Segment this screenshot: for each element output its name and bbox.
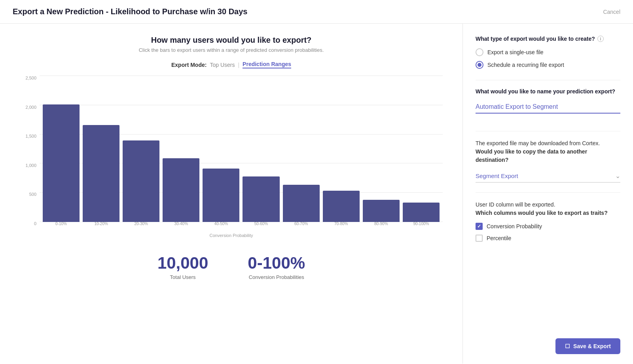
bar-group-70-80%[interactable]	[323, 76, 360, 222]
page-header: Export a New Prediction - Likelihood to …	[0, 0, 633, 24]
left-panel: How many users would you like to export?…	[0, 24, 463, 364]
section-divider-1	[476, 80, 620, 80]
main-layout: How many users would you like to export?…	[0, 24, 633, 364]
y-label-2000: 2,000	[25, 105, 36, 110]
x-label-90-100%: 90-100%	[403, 220, 440, 226]
total-users-stat: 10,000 Total Users	[157, 254, 208, 280]
destination-section: The exported file may be downloaded from…	[476, 139, 620, 183]
bar-50-60%[interactable]	[243, 176, 279, 222]
chart-subheading: Click the bars to export users within a …	[16, 47, 447, 53]
bar-90-100%[interactable]	[403, 203, 440, 222]
radio-recurring-inner	[478, 63, 481, 67]
bar-10-20%[interactable]	[83, 125, 119, 222]
checkbox-conversion-probability-box[interactable]: ✓	[476, 223, 483, 230]
y-label-1500: 1,500	[25, 134, 36, 138]
stats-row: 10,000 Total Users 0-100% Conversion Pro…	[16, 254, 447, 280]
radio-single-use-button[interactable]	[476, 48, 483, 56]
chart-heading: How many users would you like to export?	[16, 36, 447, 45]
right-panel: What type of export would you like to cr…	[463, 24, 633, 364]
bars-container	[40, 76, 443, 222]
bar-80-90%[interactable]	[363, 200, 400, 222]
prediction-ranges-tab[interactable]: Prediction Ranges	[243, 61, 291, 68]
destination-desc: The exported file may be downloaded from…	[476, 139, 620, 164]
bar-20-30%[interactable]	[123, 140, 159, 222]
x-label-70-80%: 70-80%	[323, 220, 360, 226]
export-mode-row: Export Mode: Top Users | Prediction Rang…	[16, 61, 447, 68]
bar-group-90-100%[interactable]	[403, 76, 440, 222]
bar-30-40%[interactable]	[163, 158, 199, 222]
x-label-10-20%: 10-20%	[83, 220, 119, 226]
save-export-label: Save & Export	[573, 343, 611, 349]
total-users-value: 10,000	[157, 254, 208, 273]
checkbox-conversion-probability[interactable]: ✓ Conversion Probability	[476, 223, 620, 230]
conversion-stat: 0-100% Conversion Probabilities	[248, 254, 305, 280]
export-type-info-icon[interactable]: i	[597, 36, 604, 42]
top-users-tab[interactable]: Top Users	[210, 62, 235, 68]
export-type-radio-group: Export a single-use file Schedule a recu…	[476, 48, 620, 69]
conversion-value: 0-100%	[248, 254, 305, 273]
bar-group-0-10%[interactable]	[43, 76, 80, 222]
dropdown-chevron-icon: ⌄	[615, 172, 620, 180]
bar-group-80-90%[interactable]	[363, 76, 400, 222]
y-axis: 2,500 2,000 1,500 1,000 500 0	[16, 76, 40, 226]
radio-recurring[interactable]: Schedule a recurring file export	[476, 61, 620, 69]
x-label-80-90%: 80-90%	[363, 220, 400, 226]
bar-group-40-50%[interactable]	[203, 76, 239, 222]
x-axis-title: Conversion Probability	[16, 233, 447, 238]
bar-group-60-70%[interactable]	[283, 76, 320, 222]
bar-group-10-20%[interactable]	[83, 76, 119, 222]
bar-70-80%[interactable]	[323, 191, 360, 222]
checkbox-percentile-label: Percentile	[487, 235, 511, 241]
radio-recurring-button[interactable]	[476, 61, 483, 69]
destination-value: Segment Export	[476, 173, 518, 179]
page-title: Export a New Prediction - Likelihood to …	[13, 7, 247, 16]
traits-desc: User ID column will be exported. Which c…	[476, 201, 620, 217]
bar-group-50-60%[interactable]	[243, 76, 279, 222]
bar-40-50%[interactable]	[203, 169, 239, 222]
section-divider-3	[476, 192, 620, 193]
bar-60-70%[interactable]	[283, 185, 320, 222]
mode-separator: |	[238, 62, 239, 68]
x-axis: 0-10%10-20%20-30%30-40%40-50%50-60%60-70…	[40, 220, 443, 226]
radio-single-use[interactable]: Export a single-use file	[476, 48, 620, 56]
external-link-icon: ☐	[565, 343, 570, 349]
radio-single-use-label: Export a single-use file	[487, 49, 544, 55]
export-type-question: What type of export would you like to cr…	[476, 36, 620, 42]
name-question: What would you like to name your predict…	[476, 88, 620, 95]
cancel-button[interactable]: Cancel	[603, 9, 620, 15]
radio-recurring-label: Schedule a recurring file export	[487, 62, 564, 68]
checkbox-percentile[interactable]: Percentile	[476, 235, 620, 242]
x-label-20-30%: 20-30%	[123, 220, 159, 226]
section-divider-2	[476, 131, 620, 131]
checkbox-conversion-probability-label: Conversion Probability	[487, 223, 542, 229]
chart-bars-area	[40, 76, 443, 222]
y-label-0: 0	[34, 221, 36, 226]
checkbox-percentile-box[interactable]	[476, 235, 483, 242]
export-mode-label: Export Mode:	[171, 62, 207, 68]
save-export-button[interactable]: ☐ Save & Export	[555, 338, 620, 354]
bar-group-30-40%[interactable]	[163, 76, 199, 222]
bar-group-20-30%[interactable]	[123, 76, 159, 222]
bar-0-10%[interactable]	[43, 104, 80, 222]
y-label-2500: 2,500	[25, 76, 36, 80]
traits-checkbox-group: ✓ Conversion Probability Percentile	[476, 223, 620, 242]
destination-dropdown[interactable]: Segment Export ⌄	[476, 170, 620, 183]
traits-section: User ID column will be exported. Which c…	[476, 201, 620, 242]
x-label-40-50%: 40-50%	[203, 220, 239, 226]
checkbox-check-icon: ✓	[477, 224, 481, 229]
x-label-0-10%: 0-10%	[43, 220, 80, 226]
save-btn-container: ☐ Save & Export	[555, 338, 620, 354]
x-label-50-60%: 50-60%	[243, 220, 279, 226]
y-label-500: 500	[29, 192, 36, 197]
export-name-input[interactable]	[476, 101, 620, 114]
total-users-label: Total Users	[157, 274, 208, 280]
x-label-30-40%: 30-40%	[163, 220, 199, 226]
x-label-60-70%: 60-70%	[283, 220, 320, 226]
y-label-1000: 1,000	[25, 163, 36, 168]
conversion-label: Conversion Probabilities	[248, 274, 305, 280]
chart-wrapper: 2,500 2,000 1,500 1,000 500 0	[16, 76, 447, 242]
